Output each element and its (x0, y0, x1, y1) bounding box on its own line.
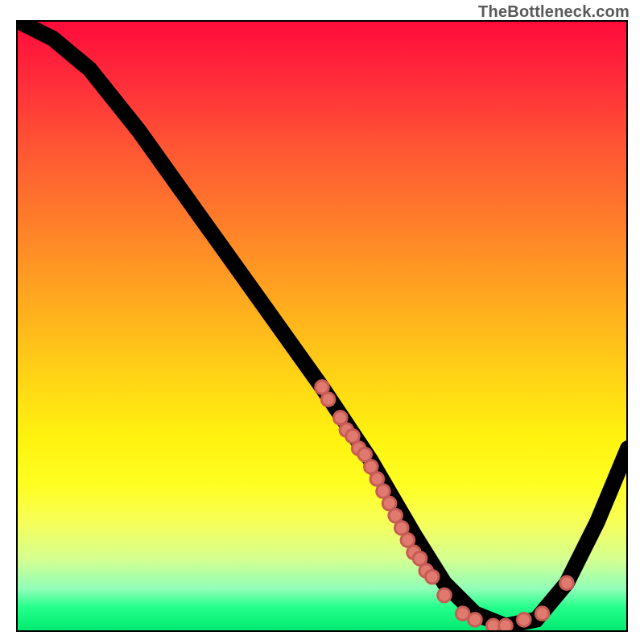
highlight-dot (438, 588, 452, 602)
highlight-dot (535, 607, 549, 621)
highlight-dot (499, 619, 513, 632)
attribution-label: TheBottleneck.com (478, 2, 630, 21)
highlight-dot (321, 393, 335, 407)
bottleneck-curve (16, 20, 628, 625)
highlight-dot (517, 613, 530, 626)
highlight-dot (425, 570, 439, 584)
chart-container: TheBottleneck.com (0, 0, 644, 644)
highlight-dots-group (316, 381, 574, 632)
highlight-dot (560, 576, 574, 590)
chart-svg (16, 20, 628, 632)
plot-area (16, 20, 628, 632)
highlight-dot (469, 613, 482, 626)
